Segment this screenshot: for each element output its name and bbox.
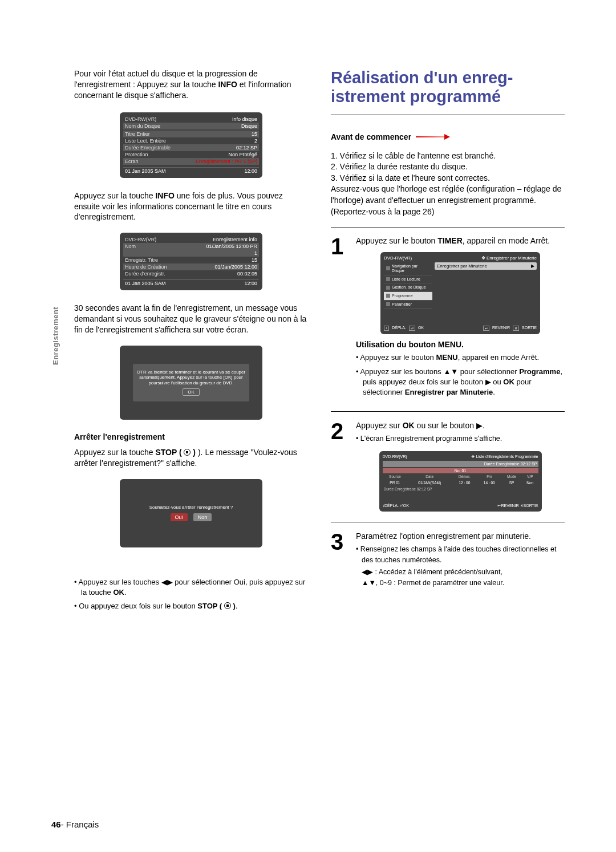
square-icon (386, 302, 390, 306)
step-2: 2 Appuyez sur OK ou sur le bouton ▶. L'é… (331, 421, 565, 522)
k: Durée Enregistrable (125, 145, 171, 151)
menu-subhead: Utilisation du bouton MENU. (356, 340, 565, 349)
f: DÉPLA. (384, 504, 399, 508)
down-arrow-icon: ▼ (451, 367, 458, 376)
left-column: Pour voir l'état actuel du disque et la … (51, 68, 308, 615)
osd-stop-confirm: Souhaitez-vous arrêter l'enregistrement … (120, 479, 262, 547)
t: Appuyez sur les boutons (360, 367, 443, 376)
side-item[interactable]: Paramétrer (392, 302, 412, 307)
t: : Accédez à l'élément précédent/suivant, (373, 568, 502, 576)
key-icon: ⏎ (409, 326, 415, 331)
stop-icon (184, 449, 191, 456)
td: 12 : 00 (452, 480, 477, 486)
osd-title: DVD-RW(VR) (384, 255, 412, 261)
f: OK (403, 504, 409, 508)
checks-list: 1. Vérifiez si le câble de l'antenne est… (331, 151, 565, 218)
t: , 0~9 : Permet de paramétrer une valeur. (376, 579, 504, 587)
step-number: 3 (331, 532, 350, 589)
osd-sidebar: Navigation par Disque Liste de Lecture G… (384, 262, 432, 309)
t: ou (491, 378, 504, 386)
stop-yes-button[interactable]: Oui (171, 513, 188, 521)
t: , appareil en mode Arrêt. (463, 236, 550, 245)
right-arrow-icon: ▶ (167, 578, 173, 586)
osd-timer-menu: DVD-RW(VR) ❖ Enregistrer par Minuterie N… (380, 252, 540, 334)
right-arrow-icon: ▶ (531, 263, 534, 269)
bold: OK (403, 421, 415, 430)
up-arrow-icon: ▲ (443, 367, 451, 376)
th: Fin (477, 473, 502, 480)
bold: Enregistrer par Minuterie (405, 388, 493, 396)
bold: OK (503, 378, 514, 386)
right-arrow-icon: ▶ (476, 421, 483, 430)
f: OK (418, 326, 424, 331)
para2: Appuyez sur la touche INFO une fois de p… (74, 190, 308, 223)
th: Source (383, 473, 408, 480)
menu-bullet-1: Appuyez sur le bouton MENU, appareil en … (356, 352, 565, 363)
square-icon (386, 294, 390, 298)
info-bold: INFO (218, 80, 237, 89)
osd-title: DVD-RW(VR) (383, 455, 407, 459)
side-item[interactable]: Programme (392, 294, 413, 298)
v: Non Protégé (228, 152, 257, 157)
key-icon: ✕ (513, 326, 519, 331)
v: Enregistrement : PR 1 [SP] (196, 159, 257, 164)
td: SP (501, 480, 522, 486)
stop-bold: STOP ( (155, 448, 184, 457)
step-number: 2 (331, 421, 350, 512)
schedule-table: Source Date Démar. Fin Mode V/P PR 01 01… (383, 473, 538, 486)
t: pour sélectionner (458, 367, 519, 376)
k: Durée d'enregistr. (125, 271, 165, 277)
otr-ok-button[interactable]: OK (183, 388, 200, 396)
side-item[interactable]: Navigation par Disque (392, 264, 430, 273)
step3-sub3: ▲▼, 0~9 : Permet de paramétrer une valeu… (356, 578, 565, 589)
osd-no: No. 01 (383, 468, 538, 473)
t: Appuyez sur (356, 421, 403, 430)
t: Appuyez sur les touches (78, 578, 161, 586)
stop-heading: Arrêter l'enregistrement (74, 432, 308, 441)
bullet-1: Appuyez sur les touches ◀▶ pour sélectio… (74, 577, 308, 598)
osd-below: Durée Enregistrabe 02:12 SP (383, 486, 538, 492)
k: Ecran (125, 159, 139, 164)
stop-question: Souhaitez-vous arrêter l'enregistrement … (149, 505, 233, 510)
osd-date: 01 Jan 2005 SAM (125, 281, 166, 286)
osd-selected-item[interactable]: Enregistrer par Minuterie▶ (435, 262, 537, 270)
stop-no-button[interactable]: Non (193, 513, 212, 521)
t: Appuyez sur la touche (74, 448, 155, 457)
osd-title: DVD-RW(VR) (125, 237, 156, 242)
v: Disque (241, 123, 257, 129)
v: 15 (252, 131, 257, 137)
v: 02:12 SP (236, 145, 257, 151)
left-arrow-icon: ◀ (161, 578, 167, 586)
osd-time: 12:00 (244, 168, 257, 174)
osd-date: 01 Jan 2005 SAM (125, 168, 166, 174)
t: Appuyez sur le bouton (356, 236, 437, 245)
k: Heure de Création (125, 264, 167, 270)
bold: Programme (519, 367, 560, 376)
t: Enregistrer par Minuterie (437, 263, 487, 269)
square-icon (386, 286, 390, 290)
osd-title: DVD-RW(VR) (125, 116, 156, 122)
v: 01/Jan/2005 12:00 (214, 264, 257, 270)
side-item[interactable]: Liste de Lecture (392, 277, 420, 282)
osd-crumb: Liste d'Enregistments Programmée (476, 455, 538, 459)
stop-bold: STOP ( (197, 602, 224, 610)
left-arrow-icon: ◀ (362, 568, 367, 576)
up-arrow-icon: ▲ (362, 579, 368, 587)
f: DÉPLA. (392, 326, 406, 331)
osd-right-title: Enregistrement info (213, 237, 257, 242)
t: . (493, 388, 495, 396)
th: V/P (522, 473, 538, 480)
v: 1 (254, 250, 257, 256)
menu-bullet-2: Appuyez sur les boutons ▲▼ pour sélectio… (356, 367, 565, 398)
down-arrow-icon: ▼ (368, 579, 375, 587)
k: Enregistr. Titre (125, 257, 158, 263)
check-item: 1. Vérifiez si le câble de l'antenne est… (331, 151, 565, 162)
page-label: - Français (61, 819, 99, 829)
step3-text: Paramétrez l'option enregistrement par m… (356, 532, 565, 541)
td: 14 : 00 (477, 480, 502, 486)
ok-bold: OK (113, 588, 124, 597)
td: 01/JAN(SAM) (407, 480, 452, 486)
step-1: 1 Appuyez sur le bouton TIMER, appareil … (331, 236, 565, 412)
side-item[interactable]: Gestion. de Disque (392, 285, 426, 290)
stop-para: Appuyez sur la touche STOP ( ) ). Le mes… (74, 447, 308, 469)
